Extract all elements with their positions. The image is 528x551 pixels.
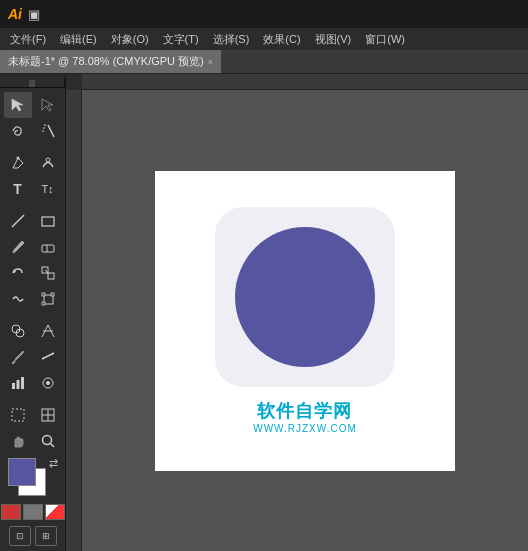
paintbrush-tool-button[interactable] (4, 234, 32, 260)
menu-view[interactable]: 视图(V) (309, 30, 358, 49)
free-transform-tool-button[interactable] (34, 286, 62, 312)
graph-tool-button[interactable] (4, 370, 32, 396)
watermark-line2: WWW.RJZXW.COM (253, 423, 357, 434)
ruler-row (66, 74, 528, 90)
svg-rect-26 (12, 383, 15, 389)
selection-tool-button[interactable] (4, 92, 32, 118)
type-icon: T (13, 181, 22, 197)
foreground-color-swatch[interactable] (8, 458, 36, 486)
menu-edit[interactable]: 编辑(E) (54, 30, 103, 49)
svg-line-23 (42, 353, 54, 359)
svg-rect-17 (42, 302, 45, 305)
draw-mode-button[interactable]: ⊡ (9, 526, 31, 546)
svg-rect-7 (42, 217, 54, 226)
main-area: ||| (0, 74, 528, 551)
symbol-sprayer-tool-button[interactable] (34, 370, 62, 396)
svg-rect-28 (21, 377, 24, 389)
ruler-corner-label: ||| (29, 78, 35, 87)
menu-effect[interactable]: 效果(C) (257, 30, 306, 49)
zoom-tool-button[interactable] (34, 428, 62, 454)
svg-rect-16 (51, 293, 54, 296)
ruler-horizontal (82, 74, 528, 90)
rect-tool-button[interactable] (34, 208, 62, 234)
line-tool-button[interactable] (4, 208, 32, 234)
svg-line-6 (12, 215, 24, 227)
touch-type-icon: T↕ (41, 183, 53, 195)
ruler-corner (66, 74, 82, 90)
watermark-line1: 软件自学网 (253, 399, 357, 423)
menu-window[interactable]: 窗口(W) (359, 30, 411, 49)
measure-tool-button[interactable] (34, 344, 62, 370)
svg-point-35 (42, 436, 51, 445)
menu-bar: 文件(F) 编辑(E) 对象(O) 文字(T) 选择(S) 效果(C) 视图(V… (0, 28, 528, 50)
svg-rect-27 (16, 380, 19, 389)
svg-point-30 (46, 381, 50, 385)
curvature-tool-button[interactable] (34, 150, 62, 176)
magic-wand-tool-button[interactable] (34, 118, 62, 144)
color-mode-gradient[interactable] (23, 504, 43, 520)
scale-tool-button[interactable] (34, 260, 62, 286)
menu-file[interactable]: 文件(F) (4, 30, 52, 49)
color-mode-none[interactable] (45, 504, 65, 520)
color-mode-fill[interactable] (1, 504, 21, 520)
warp-tool-button[interactable] (4, 286, 32, 312)
svg-point-4 (16, 157, 19, 160)
ai-logo: Ai (8, 6, 22, 22)
toolbar: ||| (0, 74, 66, 551)
menu-select[interactable]: 选择(S) (207, 30, 256, 49)
title-bar: Ai ▣ (0, 0, 528, 28)
icon-container (215, 207, 395, 387)
perspective-grid-tool-button[interactable] (34, 318, 62, 344)
svg-rect-31 (12, 409, 24, 421)
svg-point-5 (46, 158, 50, 162)
artboard: 软件自学网 WWW.RJZXW.COM (155, 171, 455, 471)
color-swatches: ⇄ (8, 458, 58, 502)
hand-tool-button[interactable] (4, 428, 32, 454)
tab-bar: 未标题-1* @ 78.08% (CMYK/GPU 预览) × (0, 50, 528, 74)
ruler-vertical (66, 90, 82, 551)
window-title-icon: ▣ (28, 7, 40, 22)
touch-type-tool-button[interactable]: T↕ (34, 176, 62, 202)
purple-circle (235, 227, 375, 367)
canvas-area[interactable]: 软件自学网 WWW.RJZXW.COM (82, 90, 528, 551)
swap-colors-icon[interactable]: ⇄ (49, 458, 58, 469)
tab-document[interactable]: 未标题-1* @ 78.08% (CMYK/GPU 预览) × (0, 50, 221, 73)
color-area: ⇄ ⊡ ⊞ (0, 454, 65, 550)
menu-object[interactable]: 对象(O) (105, 30, 155, 49)
menu-type[interactable]: 文字(T) (157, 30, 205, 49)
svg-rect-8 (42, 245, 54, 252)
watermark: 软件自学网 WWW.RJZXW.COM (253, 399, 357, 434)
color-extras (1, 504, 65, 520)
slice-tool-button[interactable] (34, 402, 62, 428)
lasso-tool-button[interactable] (4, 118, 32, 144)
svg-rect-12 (48, 273, 54, 279)
svg-line-36 (50, 444, 54, 448)
svg-line-0 (48, 125, 54, 137)
extra-tool-row: ⊡ ⊞ (9, 526, 57, 546)
svg-rect-15 (42, 293, 45, 296)
artboard-tool-button[interactable] (4, 402, 32, 428)
direct-selection-tool-button[interactable] (34, 92, 62, 118)
pen-tool-button[interactable] (4, 150, 32, 176)
tab-close-button[interactable]: × (208, 57, 213, 67)
change-screen-mode-button[interactable]: ⊞ (35, 526, 57, 546)
tab-title: 未标题-1* @ 78.08% (CMYK/GPU 预览) (8, 54, 204, 69)
canvas-body: 软件自学网 WWW.RJZXW.COM (66, 90, 528, 551)
shape-builder-tool-button[interactable] (4, 318, 32, 344)
canvas-wrapper: 软件自学网 WWW.RJZXW.COM (66, 74, 528, 551)
eyedropper-tool-button[interactable] (4, 344, 32, 370)
type-tool-button[interactable]: T (4, 176, 32, 202)
eraser-tool-button[interactable] (34, 234, 62, 260)
rotate-tool-button[interactable] (4, 260, 32, 286)
